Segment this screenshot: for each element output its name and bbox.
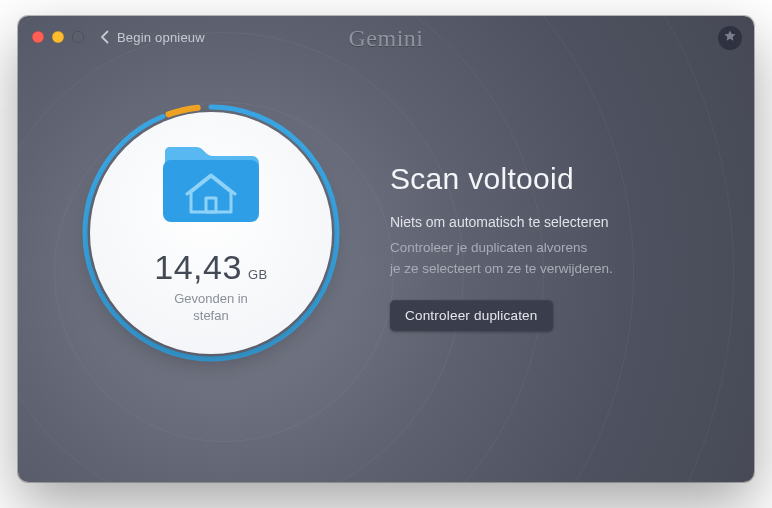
result-subtitle: Niets om automatisch te selecteren [390,214,714,230]
size-line: 14,43 GB [154,248,267,287]
size-value: 14,43 [154,248,242,287]
result-disc: 14,43 GB Gevonden in stefan [90,112,332,354]
hint-line-1: Controleer je duplicaten alvorens [390,240,587,255]
results-panel: Scan voltooid Niets om automatisch te se… [390,162,714,331]
app-window: Begin opnieuw Gemini [18,16,754,482]
location-label: stefan [193,308,228,323]
result-hint: Controleer je duplicaten alvorens je ze … [390,238,690,280]
home-folder-icon [159,144,263,230]
content-area: 14,43 GB Gevonden in stefan Scan voltooi… [18,16,754,482]
progress-circle: 14,43 GB Gevonden in stefan [80,102,342,364]
review-duplicates-button[interactable]: Controleer duplicaten [390,300,553,331]
result-heading: Scan voltooid [390,162,714,196]
hint-line-2: je ze selecteert om ze te verwijderen. [390,261,613,276]
found-in-label: Gevonden in [174,291,248,306]
size-unit: GB [248,267,268,282]
